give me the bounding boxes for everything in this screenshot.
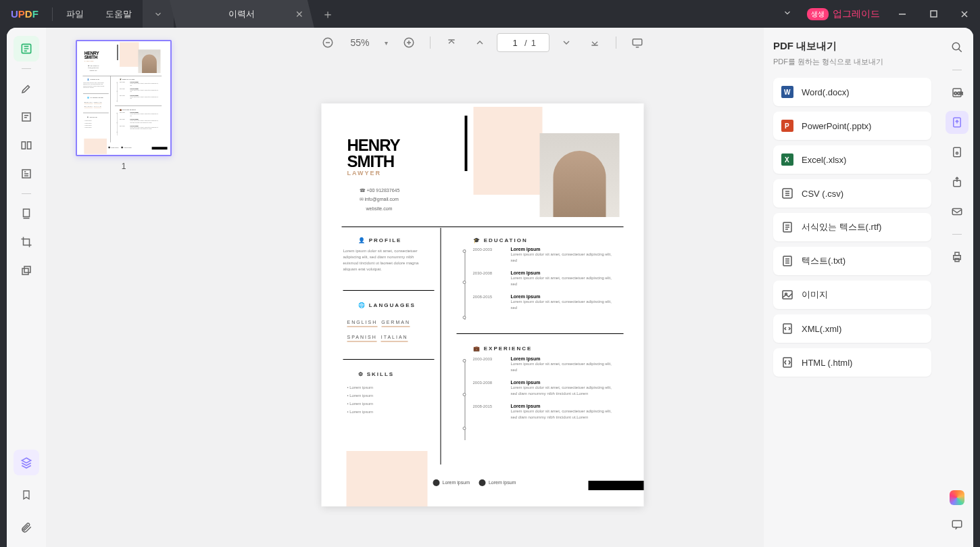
maximize-icon [930, 10, 937, 18]
export-format-word[interactable]: WWord(.docx) [773, 78, 931, 106]
svg-rect-37 [952, 521, 962, 527]
pdf-page[interactable]: HENRYSMITH LAWYER ☎ +00 912837645 ✉ info… [322, 103, 644, 506]
highlighter-icon [20, 82, 32, 95]
print-button[interactable] [946, 245, 969, 268]
chevron-double-up-icon [446, 37, 457, 48]
svg-rect-7 [24, 209, 30, 216]
format-label: HTML (.html) [802, 358, 852, 368]
ocr-icon: OCR [951, 87, 963, 99]
zoom-dropdown[interactable]: ▾ [381, 39, 392, 47]
export-format-html[interactable]: HTML (.html) [773, 348, 931, 377]
export-format-csv[interactable]: CSV (.csv) [773, 179, 931, 208]
menu-help[interactable]: 도움말 [95, 8, 143, 20]
document-tab[interactable]: 이력서 ✕ [170, 0, 314, 28]
attachment-button[interactable] [14, 515, 39, 540]
export-format-image[interactable]: 이미지 [773, 281, 931, 309]
export-format-rtf[interactable]: 서식있는 텍스트(.rtf) [773, 213, 931, 241]
reader-mode-button[interactable] [14, 36, 39, 62]
format-label: CSV (.csv) [802, 189, 843, 199]
search-button[interactable] [946, 36, 969, 59]
excel-icon: X [781, 153, 793, 166]
layers-icon [20, 456, 32, 469]
highlighter-button[interactable] [14, 76, 39, 101]
share-button[interactable] [946, 170, 969, 193]
separator [616, 37, 616, 49]
export-format-xml[interactable]: XML(.xml) [773, 314, 931, 343]
stack-icon [20, 264, 32, 277]
upgrade-button[interactable]: 생생 업그레이드 [800, 8, 887, 20]
ocr-button[interactable]: OCR [946, 81, 969, 104]
compare-button[interactable] [14, 133, 39, 158]
prev-page-button[interactable] [468, 31, 491, 54]
svg-rect-12 [633, 39, 642, 45]
organize-pages-button[interactable] [14, 201, 39, 227]
export-format-txt[interactable]: 텍스트(.txt) [773, 247, 931, 275]
form-button[interactable] [14, 161, 39, 187]
right-toolbar: OCR [941, 28, 973, 547]
thumbnail-page-number: 1 [122, 162, 126, 171]
menu-file[interactable]: 파일 [55, 8, 95, 20]
resume-photo [138, 49, 160, 73]
zoom-out-button[interactable] [316, 31, 339, 54]
export-panel: PDF 내보내기 PDF를 원하는 형식으로 내보내기 WWord(.docx)… [764, 28, 941, 547]
tab-close-icon[interactable]: ✕ [295, 9, 303, 20]
viewer-toolbar: 55% ▾ / 1 [201, 28, 764, 57]
window-minimize-button[interactable] [887, 0, 918, 28]
next-page-button[interactable] [555, 31, 578, 54]
more-menu-button[interactable] [775, 8, 800, 20]
form-icon [20, 168, 32, 180]
print-icon [951, 251, 963, 263]
last-page-button[interactable] [583, 31, 606, 54]
zoom-level: 55% [345, 37, 374, 48]
upgrade-badge: 생생 [807, 8, 829, 20]
left-toolbar [7, 28, 46, 547]
format-label: XML(.xml) [802, 324, 841, 334]
resume-name: HENRYSMITH [347, 137, 400, 170]
edit-text-button[interactable] [14, 104, 39, 130]
presentation-button[interactable] [626, 31, 649, 54]
pdf-page[interactable]: HENRYSMITH LAWYER ☎ +00 912837645 ✉ info… [77, 41, 168, 154]
export-icon [951, 116, 963, 128]
format-label: Word(.docx) [802, 87, 850, 97]
window-close-button[interactable] [949, 0, 980, 28]
rtf-icon [781, 221, 793, 233]
format-label: 이미지 [802, 289, 828, 301]
current-page-input[interactable] [506, 38, 524, 48]
export-button[interactable] [946, 111, 969, 134]
crop-icon [20, 236, 32, 248]
close-icon [960, 10, 969, 18]
add-tab-button[interactable]: ＋ [314, 6, 341, 22]
layers-button[interactable] [14, 450, 39, 475]
page-thumbnail[interactable]: HENRYSMITH LAWYER ☎ +00 912837645 ✉ info… [76, 40, 172, 156]
format-label: 서식있는 텍스트(.rtf) [802, 221, 881, 233]
export-format-excel[interactable]: XExcel(.xlsx) [773, 145, 931, 174]
ai-assistant-button[interactable] [946, 486, 969, 509]
email-button[interactable] [946, 200, 969, 223]
comment-button[interactable] [946, 513, 969, 536]
protect-button[interactable] [946, 141, 969, 164]
page-input-box[interactable]: / 1 [497, 33, 549, 52]
svg-point-26 [952, 43, 960, 50]
zoom-in-icon [403, 37, 415, 49]
first-page-button[interactable] [440, 31, 463, 54]
export-format-ppt[interactable]: PPowerPoint(.pptx) [773, 112, 931, 140]
svg-text:X: X [785, 156, 789, 164]
window-maximize-button[interactable] [918, 0, 949, 28]
zoom-in-button[interactable] [397, 31, 420, 54]
resume-contact: ☎ +00 912837645 ✉ info@gmail.com website… [88, 64, 99, 72]
chevron-down-icon [783, 8, 792, 18]
share-icon [951, 176, 963, 188]
bookmark-icon [21, 489, 32, 501]
separator [952, 234, 962, 235]
crop-button[interactable] [14, 229, 39, 255]
html-icon [781, 356, 793, 368]
svg-rect-33 [952, 209, 962, 215]
watermark-button[interactable] [14, 258, 39, 283]
total-pages: 1 [527, 38, 540, 48]
svg-text:W: W [784, 89, 791, 96]
separator [22, 193, 31, 194]
history-tab[interactable] [143, 0, 174, 28]
app-logo: UPDF [0, 8, 49, 20]
export-title: PDF 내보내기 [773, 40, 931, 53]
bookmark-button[interactable] [14, 482, 39, 508]
